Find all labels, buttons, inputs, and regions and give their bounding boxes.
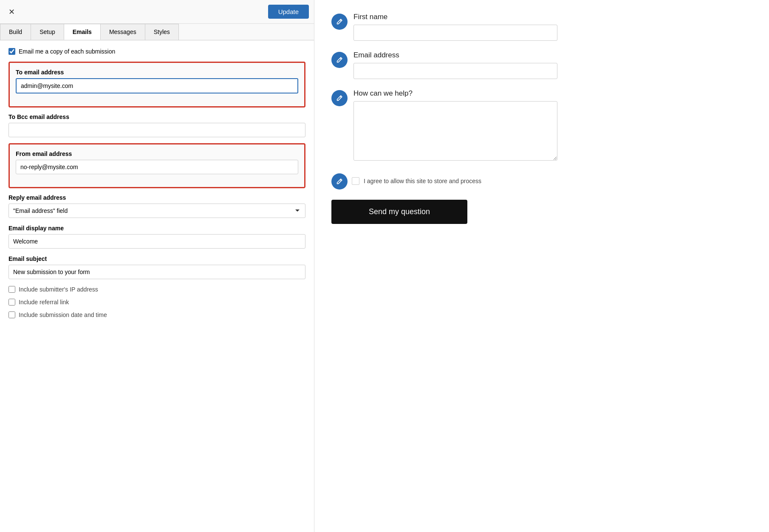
email-address-row: Email address: [331, 51, 752, 79]
include-ip-checkbox[interactable]: [8, 286, 15, 293]
submit-section: Send my question: [331, 200, 752, 224]
help-edit-icon[interactable]: [331, 90, 348, 106]
bcc-email-label: To Bcc email address: [8, 113, 305, 120]
agree-row: I agree to allow this site to store and …: [331, 173, 752, 190]
right-panel: First name Email address How can we help…: [314, 0, 769, 532]
tab-messages[interactable]: Messages: [100, 24, 145, 40]
bcc-email-field-group: To Bcc email address: [8, 113, 305, 137]
panel-content: Email me a copy of each submission To em…: [0, 40, 314, 532]
email-copy-row: Email me a copy of each submission: [8, 48, 305, 55]
email-address-content: Email address: [353, 51, 752, 79]
include-referral-checkbox[interactable]: [8, 299, 15, 306]
to-email-input[interactable]: [16, 78, 298, 93]
tab-setup[interactable]: Setup: [31, 24, 64, 40]
agree-edit-icon[interactable]: [331, 173, 348, 190]
first-name-title: First name: [353, 13, 752, 21]
email-subject-label: Email subject: [8, 255, 305, 262]
include-referral-label: Include referral link: [19, 299, 69, 306]
help-content: How can we help?: [353, 89, 752, 162]
tabs-bar: Build Setup Emails Messages Styles: [0, 24, 314, 40]
top-bar: ✕ Update: [0, 0, 314, 24]
update-button[interactable]: Update: [268, 5, 309, 19]
email-copy-checkbox[interactable]: [8, 48, 15, 55]
reply-email-label: Reply email address: [8, 194, 305, 201]
reply-email-field-group: Reply email address "Email address" fiel…: [8, 194, 305, 218]
from-email-field-group: From email address: [16, 150, 298, 174]
include-date-checkbox[interactable]: [8, 311, 15, 318]
help-textarea[interactable]: [353, 101, 557, 161]
tab-styles[interactable]: Styles: [145, 24, 179, 40]
submit-button[interactable]: Send my question: [331, 200, 467, 224]
first-name-content: First name: [353, 13, 752, 41]
include-ip-label: Include submitter's IP address: [19, 286, 98, 293]
include-date-row: Include submission date and time: [8, 311, 305, 318]
first-name-edit-icon[interactable]: [331, 14, 348, 30]
display-name-field-group: Email display name: [8, 225, 305, 249]
email-subject-input[interactable]: [8, 265, 305, 279]
email-copy-label: Email me a copy of each submission: [19, 48, 115, 55]
email-address-edit-icon[interactable]: [331, 52, 348, 68]
email-address-field[interactable]: [353, 63, 557, 79]
agree-text: I agree to allow this site to store and …: [364, 178, 481, 184]
from-email-section: From email address: [8, 143, 305, 188]
bcc-email-input[interactable]: [8, 123, 305, 137]
to-email-field-group: To email address: [16, 69, 298, 93]
email-address-title: Email address: [353, 51, 752, 59]
first-name-row: First name: [331, 13, 752, 41]
include-date-label: Include submission date and time: [19, 311, 107, 318]
tab-emails[interactable]: Emails: [64, 24, 101, 40]
from-email-input[interactable]: [16, 160, 298, 174]
to-email-label: To email address: [16, 69, 298, 76]
agree-checkbox[interactable]: [352, 177, 359, 185]
tab-build[interactable]: Build: [0, 24, 31, 40]
include-ip-row: Include submitter's IP address: [8, 286, 305, 293]
to-email-section: To email address: [8, 62, 305, 108]
email-subject-field-group: Email subject: [8, 255, 305, 279]
include-referral-row: Include referral link: [8, 299, 305, 306]
display-name-input[interactable]: [8, 234, 305, 249]
help-row: How can we help?: [331, 89, 752, 162]
left-panel: ✕ Update Build Setup Emails Messages Sty…: [0, 0, 314, 532]
reply-email-select[interactable]: "Email address" fieldCustom email: [8, 204, 305, 218]
close-button[interactable]: ✕: [5, 6, 18, 18]
from-email-label: From email address: [16, 150, 298, 157]
help-title: How can we help?: [353, 89, 752, 98]
first-name-field[interactable]: [353, 25, 557, 41]
display-name-label: Email display name: [8, 225, 305, 232]
